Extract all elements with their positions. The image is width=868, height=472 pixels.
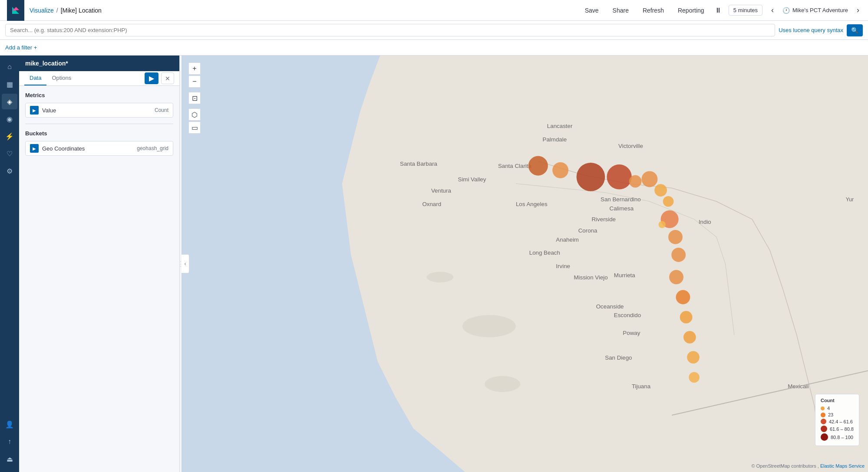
svg-text:Victorville: Victorville [618,143,643,149]
svg-point-41 [671,248,686,262]
svg-point-38 [663,196,674,207]
legend-color-2 [821,413,825,417]
sidebar-item-home[interactable]: ⌂ [2,59,17,75]
collapse-panel-button[interactable]: ‹ [182,254,189,273]
map-area: Lancaster Palmdale Victorville Santa Bar… [182,56,868,472]
legend-item-5: 80.8 – 100 [821,433,854,441]
svg-text:Poway: Poway [623,330,640,336]
buckets-section: Buckets ▶ Geo Coordinates geohash_grid [19,124,179,162]
config-panel: mike_location* Data Options ▶ ✕ Metrics … [19,56,180,472]
sidebar-item-devtools[interactable]: ⚙ [2,163,17,179]
svg-text:Murrieta: Murrieta [614,272,635,279]
svg-text:Riverside: Riverside [591,216,616,223]
dashboard-link[interactable]: 🕐 Mike's PCT Adventure [782,7,848,14]
config-tabs: Data Options ▶ ✕ [19,71,179,86]
sidebar-item-collapse[interactable]: ⏏ [2,451,17,467]
bucket-label: Geo Coordinates [42,145,133,152]
close-button[interactable]: ✕ [161,72,174,84]
legend-label-5: 80.8 – 100 [831,435,853,440]
svg-point-44 [680,311,693,324]
sidebar-item-dashboard[interactable]: ▦ [2,76,17,92]
svg-point-33 [577,163,605,191]
attribution-text: © OpenStreetMap contributors , [751,463,820,469]
tab-data[interactable]: Data [24,71,46,85]
svg-text:Long Beach: Long Beach [529,249,560,256]
sidebar-item-management[interactable]: ↑ [2,434,17,449]
search-input[interactable] [5,24,775,36]
svg-point-42 [669,270,683,284]
save-button[interactable]: Save [581,5,602,16]
sidebar-item-visualize[interactable]: ◈ [2,94,17,109]
add-filter-button[interactable]: Add a filter + [5,44,37,51]
svg-point-40 [668,230,683,244]
svg-text:Irvine: Irvine [556,263,570,269]
svg-text:San Diego: San Diego [605,354,632,361]
legend-item-1: 4 [821,406,854,411]
metrics-title: Metrics [25,92,173,98]
svg-point-31 [528,156,548,176]
share-button[interactable]: Share [609,5,632,16]
svg-point-36 [641,171,657,187]
nav-next-icon[interactable]: › [855,6,861,15]
reporting-button[interactable]: Reporting [674,5,708,16]
legend-label-3: 42.4 – 61.6 [829,419,853,424]
svg-text:Indio: Indio [699,219,711,225]
svg-point-47 [689,372,700,383]
dashboard-link-label: Mike's PCT Adventure [792,7,848,13]
nav-prev-icon[interactable]: ‹ [769,6,776,15]
clock-icon: 🕐 [782,7,790,14]
time-selector[interactable]: 5 minutes [729,5,762,16]
map-legend: Count 4 23 42.4 – 61.6 61.6 – 80.8 80.8 … [815,394,859,446]
lucene-hint[interactable]: Uses lucene query syntax [779,27,843,33]
legend-color-5 [821,433,828,441]
bucket-item-geo[interactable]: ▶ Geo Coordinates geohash_grid [25,141,173,156]
draw-polygon-button[interactable]: ⬡ [188,108,201,121]
legend-label-1: 4 [827,406,830,411]
svg-point-45 [683,331,696,344]
draw-rectangle-button[interactable]: ▭ [188,121,201,134]
metric-icon: ▶ [30,106,39,115]
fit-bounds-button[interactable]: ⊡ [188,92,201,104]
bucket-type: geohash_grid [137,145,168,151]
breadcrumb-separator: / [56,7,58,14]
svg-text:Simi Valley: Simi Valley [458,176,486,183]
pause-icon[interactable]: ⏸ [715,7,722,14]
svg-text:Escondido: Escondido [614,312,641,318]
sidebar-item-timelion[interactable]: ⚡ [2,128,17,144]
metric-item-value[interactable]: ▶ Value Count [25,103,173,118]
svg-point-43 [676,290,690,305]
refresh-button[interactable]: Refresh [639,5,667,16]
svg-point-35 [629,175,642,188]
map-svg: Lancaster Palmdale Victorville Santa Bar… [182,56,868,472]
main-content: ⌂ ▦ ◈ ◉ ⚡ ♡ ⚙ 👤 ↑ ⏏ mike_location* Data … [0,56,868,472]
sidebar-item-apm[interactable]: ♡ [2,146,17,161]
tab-options[interactable]: Options [46,71,76,85]
svg-point-32 [552,162,568,178]
kibana-logo [7,0,24,21]
svg-point-34 [607,164,631,189]
metrics-section: Metrics ▶ Value Count [19,86,179,124]
metric-type: Count [155,107,168,113]
run-button[interactable]: ▶ [145,72,158,84]
zoom-in-button[interactable]: + [188,62,201,75]
legend-item-3: 42.4 – 61.6 [821,419,854,424]
breadcrumb-current-page: [Mike] Location [61,7,102,14]
metric-label: Value [42,107,151,114]
svg-text:Lancaster: Lancaster [547,123,573,129]
legend-color-4 [821,426,827,432]
svg-point-27 [462,315,516,337]
breadcrumb-visualize-link[interactable]: Visualize [30,7,54,14]
search-submit-button[interactable]: 🔍 [847,24,863,36]
svg-text:Anaheim: Anaheim [556,236,579,243]
zoom-out-button[interactable]: − [188,75,201,88]
svg-text:Ventura: Ventura [431,187,452,194]
attribution-link[interactable]: Elastic Maps Service [820,463,865,469]
svg-text:Yur: Yur [846,197,854,203]
sidebar-item-discover[interactable]: ◉ [2,111,17,127]
svg-text:Palmdale: Palmdale [543,136,567,143]
top-bar-actions: Save Share Refresh Reporting ⏸ 5 minutes… [581,5,861,16]
map-controls: + − ⊡ ⬡ ▭ [188,62,201,134]
svg-text:Calimesa: Calimesa [610,205,634,212]
sidebar-item-user[interactable]: 👤 [2,416,17,432]
config-tab-actions: ▶ ✕ [145,72,174,84]
